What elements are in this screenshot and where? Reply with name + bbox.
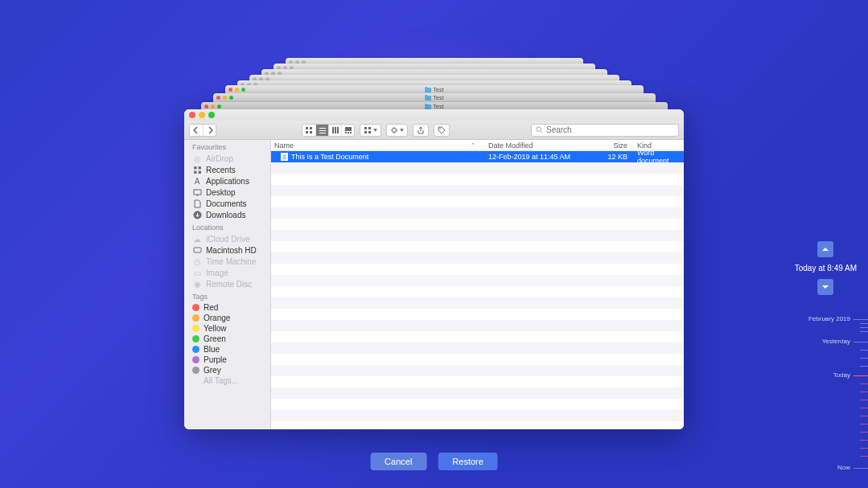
sidebar-header-locations: Locations <box>184 220 270 233</box>
timeline-label-now: Now <box>837 464 850 471</box>
stacked-window: Test <box>213 93 656 102</box>
view-mode-segment[interactable] <box>302 124 355 137</box>
documents-icon <box>192 199 202 208</box>
column-view-icon[interactable] <box>328 125 341 136</box>
sidebar-item-image[interactable]: ▭Image <box>184 267 270 278</box>
sidebar-tag-green[interactable]: Green <box>184 334 270 344</box>
group-by-button[interactable] <box>360 124 381 137</box>
search-input[interactable] <box>546 125 674 134</box>
stacked-window-title: Test <box>434 95 444 100</box>
zoom-icon[interactable] <box>208 112 215 118</box>
svg-point-19 <box>439 128 441 129</box>
sidebar-tag-purple[interactable]: Purple <box>184 355 270 365</box>
action-button[interactable] <box>386 124 408 137</box>
svg-point-18 <box>393 128 397 132</box>
snapshot-older-button[interactable] <box>817 241 833 257</box>
sidebar-item-downloads[interactable]: Downloads <box>184 209 270 220</box>
sidebar-tag-yellow[interactable]: Yellow <box>184 323 270 334</box>
sidebar: Favourites ◎AirDrop Recents AApplication… <box>184 109 271 429</box>
toolbar <box>184 121 684 140</box>
sidebar-tag-blue[interactable]: Blue <box>184 344 270 355</box>
sidebar-item-icloud[interactable]: ☁iCloud Drive <box>184 233 270 244</box>
list-view-icon[interactable] <box>315 125 328 136</box>
search-icon <box>536 126 543 133</box>
cancel-button[interactable]: Cancel <box>370 453 426 470</box>
svg-point-20 <box>537 127 541 131</box>
document-icon <box>281 153 288 161</box>
image-disk-icon: ▭ <box>192 268 202 277</box>
sidebar-item-remotedisc[interactable]: ◉Remote Disc <box>184 278 270 289</box>
column-name[interactable]: Name⌃ <box>271 140 483 150</box>
sidebar-tag-red[interactable]: Red <box>184 302 270 313</box>
nav-buttons <box>189 124 216 137</box>
sidebar-item-timemachine[interactable]: ◷Time Machine <box>184 256 270 267</box>
column-size[interactable]: Size <box>592 140 632 150</box>
minimize-icon[interactable] <box>199 112 205 118</box>
sidebar-header-tags: Tags <box>184 289 270 302</box>
sidebar-item-applications[interactable]: AApplications <box>184 175 270 187</box>
applications-icon: A <box>192 176 202 186</box>
sidebar-tag-grey[interactable]: Grey <box>184 365 270 375</box>
file-name: This Is a Test Document <box>291 153 368 161</box>
stacked-window-title: Test <box>434 87 444 92</box>
svg-rect-16 <box>364 131 367 133</box>
disk-icon <box>192 245 202 255</box>
file-kind: Word document <box>632 151 684 165</box>
disc-icon: ◉ <box>192 279 202 289</box>
restore-button[interactable]: Restore <box>438 453 498 470</box>
file-date: 12-Feb-2019 at 11:45 AM <box>483 153 592 161</box>
file-size: 12 KB <box>592 153 632 161</box>
forward-button[interactable] <box>203 125 216 136</box>
svg-rect-22 <box>198 166 200 169</box>
sidebar-tag-orange[interactable]: Orange <box>184 313 270 323</box>
search-field[interactable] <box>531 124 679 137</box>
file-row[interactable]: This Is a Test Document 12-Feb-2019 at 1… <box>271 151 684 162</box>
svg-rect-14 <box>364 127 367 129</box>
tags-button[interactable] <box>434 124 450 137</box>
sidebar-all-tags[interactable]: All Tags... <box>184 375 270 386</box>
column-date[interactable]: Date Modified <box>483 140 592 150</box>
svg-rect-24 <box>198 170 200 173</box>
svg-rect-25 <box>194 190 201 195</box>
timeline[interactable]: February 2019 Yesterday Today Now <box>820 306 868 480</box>
column-headers: Name⌃ Date Modified Size Kind <box>271 140 684 151</box>
sidebar-item-desktop[interactable]: Desktop <box>184 187 270 198</box>
tag-dot-icon <box>192 367 200 374</box>
timeline-label-today: Today <box>833 371 850 379</box>
downloads-icon <box>192 210 202 219</box>
svg-rect-17 <box>368 131 371 133</box>
gallery-view-icon[interactable] <box>341 125 354 136</box>
svg-rect-27 <box>194 248 201 252</box>
sidebar-item-macintosh-hd[interactable]: Macintosh HD <box>184 244 270 256</box>
cloud-icon: ☁ <box>192 234 202 244</box>
folder-icon <box>425 88 431 92</box>
sidebar-item-airdrop[interactable]: ◎AirDrop <box>184 153 270 164</box>
tag-dot-icon <box>192 325 200 332</box>
timeline-label-yesterday: Yesterday <box>822 338 850 345</box>
svg-rect-12 <box>348 132 349 133</box>
airdrop-icon: ◎ <box>192 154 202 163</box>
svg-rect-23 <box>194 170 196 173</box>
svg-rect-5 <box>319 130 326 131</box>
icon-view-icon[interactable] <box>302 125 315 136</box>
svg-rect-13 <box>350 132 352 133</box>
snapshot-nav: Today at 8:49 AM <box>795 241 857 295</box>
snapshot-newer-button[interactable] <box>817 279 833 295</box>
timemachine-icon: ◷ <box>192 256 202 266</box>
desktop-icon <box>192 187 202 197</box>
svg-rect-4 <box>319 128 326 129</box>
titlebar <box>184 109 684 121</box>
svg-rect-9 <box>337 127 339 133</box>
svg-rect-8 <box>335 127 336 133</box>
sidebar-item-documents[interactable]: Documents <box>184 198 270 209</box>
svg-rect-1 <box>310 127 312 129</box>
column-kind[interactable]: Kind <box>632 140 684 150</box>
share-button[interactable] <box>413 124 429 137</box>
recents-icon <box>192 165 202 174</box>
close-icon[interactable] <box>189 112 195 118</box>
finder-window: Favourites ◎AirDrop Recents AApplication… <box>184 109 684 429</box>
back-button[interactable] <box>190 125 203 136</box>
svg-rect-7 <box>332 127 334 133</box>
svg-rect-6 <box>319 133 326 133</box>
sidebar-item-recents[interactable]: Recents <box>184 164 270 175</box>
